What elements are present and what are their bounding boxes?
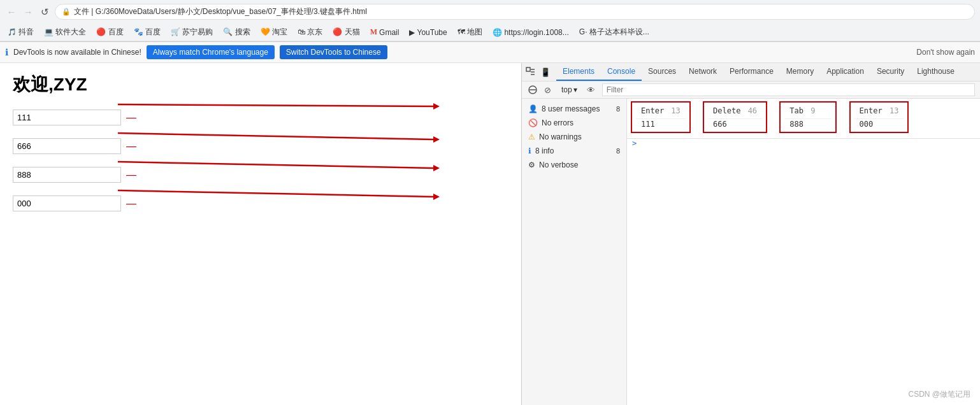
page-content: 欢迎,ZYZ — — — —: [0, 63, 521, 405]
device-toolbar-icon[interactable]: 📱: [540, 66, 551, 78]
svg-marker-1: [433, 103, 440, 110]
page-title: 欢迎,ZYZ: [13, 73, 508, 97]
input-row-2: —: [13, 138, 508, 154]
bookmark-baidu1[interactable]: 🔴 百度: [94, 25, 126, 39]
tab-network[interactable]: Network: [682, 63, 723, 81]
tab-memory[interactable]: Memory: [780, 63, 820, 81]
console-key-enter-2: Enter 13: [854, 104, 904, 119]
console-toolbar: ⊘ top ▾ 👁: [522, 82, 980, 99]
bookmark-gezida[interactable]: G· 格子达本科毕设...: [577, 25, 652, 39]
eye-icon[interactable]: 👁: [586, 84, 597, 96]
stop-recording-icon[interactable]: ⊘: [542, 84, 553, 96]
browser-nav: ← → ↺ 🔒 文件 | G:/360MoveData/Users/静小文/De…: [0, 0, 980, 24]
key-name-delete: Delete: [713, 106, 740, 115]
console-entry-1: Enter 13 111: [631, 101, 691, 133]
tab-console[interactable]: Console: [601, 63, 642, 81]
console-sidebar: 👤 8 user messages 8 🚫 No errors ⚠ No war…: [522, 99, 627, 405]
console-key-tab: Tab 9: [784, 104, 832, 119]
watermark: CSDN @做笔记用: [908, 389, 970, 400]
sidebar-no-warnings-label: No warnings: [539, 132, 582, 141]
key-num-enter-2: 13: [890, 106, 898, 115]
bookmarks-bar: 🎵抖音 💻 软件大全 🔴 百度 🐾 百度 🛒 苏宁易购 🔍 搜索 🧡 淘宝 🛍 …: [0, 24, 980, 41]
clear-console-icon[interactable]: [527, 84, 538, 96]
tab-lighthouse[interactable]: Lighthouse: [911, 63, 961, 81]
sidebar-no-verbose[interactable]: ⚙ No verbose: [522, 158, 626, 172]
sidebar-no-errors-label: No errors: [542, 118, 573, 127]
svg-rect-8: [526, 68, 530, 71]
devtools-notify-bar: ℹ DevTools is now available in Chinese! …: [0, 42, 980, 63]
sidebar-info[interactable]: ℹ 8 info 8: [522, 144, 626, 158]
bookmark-douyin[interactable]: 🎵抖音: [5, 25, 36, 39]
notify-info-icon: ℹ: [5, 47, 8, 57]
dont-show-again-button[interactable]: Don't show again: [916, 48, 975, 57]
forward-button[interactable]: →: [22, 6, 34, 18]
dash-2: —: [126, 141, 136, 152]
console-entry-4: Enter 13 000: [849, 101, 909, 133]
console-toolbar-icons: ⊘: [527, 84, 553, 96]
devtools-body: 👤 8 user messages 8 🚫 No errors ⚠ No war…: [522, 99, 980, 405]
input-1[interactable]: [13, 110, 121, 125]
bookmark-jd[interactable]: 🛍 京东: [295, 25, 325, 39]
filter-input[interactable]: [602, 83, 975, 96]
input-row-4: —: [13, 195, 508, 211]
tab-application[interactable]: Application: [820, 63, 870, 81]
context-dropdown[interactable]: top ▾: [558, 84, 580, 96]
devtools-panel: 📱 Elements Console Sources Network Perfo…: [521, 63, 980, 405]
no-errors-icon: 🚫: [528, 118, 538, 127]
sidebar-no-errors[interactable]: 🚫 No errors: [522, 116, 626, 130]
inspect-element-icon[interactable]: [525, 66, 537, 78]
always-match-language-button[interactable]: Always match Chrome's language: [147, 45, 275, 59]
input-2[interactable]: [13, 138, 121, 154]
sidebar-info-label: 8 info: [535, 146, 554, 155]
sidebar-user-messages-label: 8 user messages: [542, 104, 600, 113]
sidebar-info-count: 8: [616, 147, 620, 155]
bookmark-gmail[interactable]: M Gmail: [368, 26, 402, 38]
address-bar[interactable]: 🔒 文件 | G:/360MoveData/Users/静小文/Desktop/…: [55, 4, 975, 20]
dash-1: —: [126, 112, 136, 124]
reload-button[interactable]: ↺: [38, 6, 51, 18]
console-value-111: 111: [636, 119, 686, 131]
key-name-enter-1: Enter: [641, 106, 664, 115]
console-value-666: 666: [708, 119, 762, 131]
bookmark-software[interactable]: 💻 软件大全: [41, 25, 89, 39]
bookmark-tmall[interactable]: 🔴 天猫: [330, 25, 362, 39]
switch-devtools-chinese-button[interactable]: Switch DevTools to Chinese: [280, 45, 387, 59]
dash-4: —: [126, 198, 136, 210]
sidebar-user-messages[interactable]: 👤 8 user messages 8: [522, 102, 626, 116]
bookmark-maps[interactable]: 🗺 地图: [455, 25, 485, 39]
bookmark-suning[interactable]: 🛒 苏宁易购: [168, 25, 215, 39]
tab-performance[interactable]: Performance: [723, 63, 780, 81]
bookmark-baidu2[interactable]: 🐾 百度: [131, 25, 163, 39]
sidebar-no-verbose-label: No verbose: [539, 160, 578, 169]
main-layout: 欢迎,ZYZ — — — —: [0, 63, 980, 405]
input-row-3: —: [13, 167, 508, 183]
console-key-delete: Delete 46: [708, 104, 762, 119]
key-num-tab: 9: [811, 106, 815, 115]
no-verbose-icon: ⚙: [528, 160, 535, 169]
input-4[interactable]: [13, 195, 121, 211]
dash-3: —: [126, 169, 136, 181]
console-output: Enter 13 111 Delete 46 666 Tab: [627, 99, 980, 405]
console-key-enter-1: Enter 13: [636, 104, 686, 119]
notify-text: DevTools is now available in Chinese!: [13, 48, 141, 57]
key-name-enter-2: Enter: [860, 106, 883, 115]
bookmark-youtube[interactable]: ▶ YouTube: [407, 27, 449, 38]
back-button[interactable]: ←: [5, 6, 18, 18]
tab-elements[interactable]: Elements: [556, 63, 601, 81]
console-entry-3: Tab 9 888: [779, 101, 837, 133]
bookmark-search[interactable]: 🔍 搜索: [220, 25, 252, 39]
input-3[interactable]: [13, 167, 121, 183]
tab-security[interactable]: Security: [870, 63, 911, 81]
svg-line-0: [118, 104, 433, 106]
no-warnings-icon: ⚠: [528, 132, 535, 141]
bookmark-taobao[interactable]: 🧡 淘宝: [258, 25, 290, 39]
sidebar-no-warnings[interactable]: ⚠ No warnings: [522, 130, 626, 144]
info-icon: ℹ: [528, 146, 531, 155]
chevron-down-icon: ▾: [573, 85, 577, 94]
console-caret[interactable]: >: [627, 138, 642, 149]
console-entry-2: Delete 46 666: [703, 101, 767, 133]
tab-sources[interactable]: Sources: [642, 63, 682, 81]
user-messages-icon: 👤: [528, 104, 538, 113]
devtools-tabs: 📱 Elements Console Sources Network Perfo…: [522, 63, 980, 82]
bookmark-1008[interactable]: 🌐 https://login.1008...: [490, 27, 572, 38]
